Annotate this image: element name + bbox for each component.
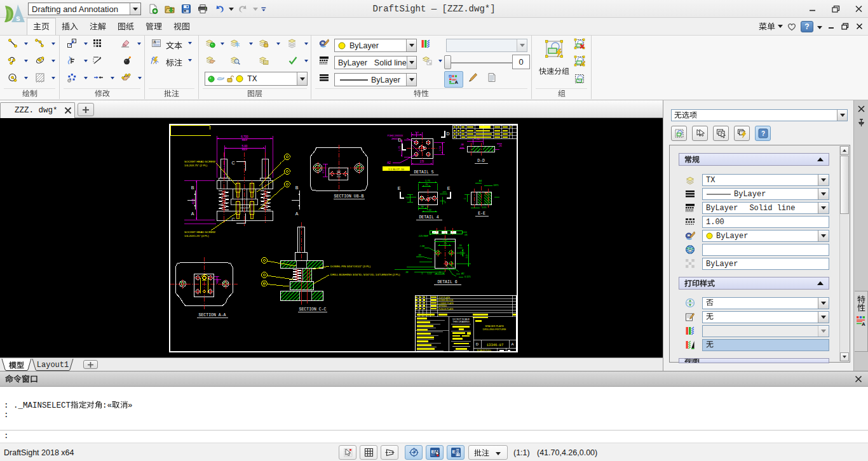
polar-toggle-icon[interactable] (409, 447, 419, 458)
doc-restore-button[interactable] (840, 22, 850, 32)
hatch-tool[interactable] (35, 72, 45, 83)
save-icon[interactable] (181, 4, 191, 14)
dimension-tool[interactable] (150, 55, 160, 65)
row-dropdown-linetype[interactable] (818, 189, 829, 199)
row-field-print-table[interactable] (702, 339, 829, 351)
ellipse-tool-icon[interactable] (35, 55, 45, 65)
circle-tool[interactable] (8, 72, 18, 83)
scrollbar-thumb[interactable] (840, 156, 849, 214)
ribbon-tab-3[interactable] (112, 18, 140, 35)
trim-icon[interactable] (92, 55, 102, 65)
layer-freeze-tool-dropdown[interactable] (248, 41, 254, 47)
command-window-titlebar[interactable] (0, 371, 868, 387)
ribbon-tab-5[interactable] (168, 18, 196, 35)
erase-icon[interactable] (120, 38, 130, 48)
select-entities-icon[interactable] (716, 128, 726, 138)
row-dropdown-color[interactable] (818, 230, 829, 241)
palette-close-button[interactable] (857, 104, 866, 114)
palette-pin-button[interactable] (857, 118, 866, 128)
printstyle-dropdown[interactable] (517, 39, 527, 51)
layer-lock-icon[interactable] (259, 38, 269, 48)
undo-button[interactable] (211, 1, 227, 17)
snap-toggle-button[interactable] (339, 445, 356, 460)
transparency-tool[interactable] (422, 55, 432, 65)
group-select-button[interactable] (574, 73, 585, 84)
scroll-up-button[interactable] (840, 146, 849, 155)
move-copy-icon[interactable] (67, 38, 77, 48)
grips-tool[interactable] (121, 72, 131, 83)
open-file-button[interactable] (161, 1, 178, 17)
erase-tool-dropdown[interactable] (136, 41, 142, 47)
palette-scrollbar[interactable] (839, 146, 849, 361)
ortho-toggle-button[interactable] (381, 445, 398, 460)
trim-tool[interactable] (92, 55, 102, 65)
transparency-slider-handle[interactable] (444, 55, 451, 69)
transparency-icon[interactable] (422, 55, 432, 65)
layer-activate-icon[interactable] (205, 55, 215, 65)
linetype-icon[interactable] (319, 72, 329, 83)
linetype-combo[interactable]: ByLayer (334, 73, 417, 86)
palette-close-icon[interactable] (857, 104, 866, 114)
help-button[interactable]: ? (801, 21, 813, 32)
layer-ok-tool[interactable] (288, 55, 298, 65)
polyline-tool-icon[interactable] (8, 55, 18, 65)
document-tab[interactable]: ZZZ. dwg* (0, 102, 75, 118)
cad-drawing[interactable]: 6.700REF5.00REF4.05CCBABASOCKET HEAD SCR… (0, 118, 663, 357)
etrack-toggle-button[interactable]: E (447, 445, 465, 460)
linetype-icon[interactable] (685, 189, 695, 199)
section-printstyle[interactable] (679, 277, 829, 290)
group-select-icon[interactable] (574, 73, 585, 84)
close-button[interactable] (850, 3, 867, 15)
layer-state-tool-dropdown[interactable] (219, 41, 226, 47)
layers-tool[interactable] (287, 38, 297, 48)
layer-manager-icon[interactable] (259, 55, 269, 65)
redo-icon[interactable] (238, 4, 248, 14)
scroll-down-button[interactable] (840, 352, 849, 361)
circle-tool-icon[interactable] (8, 72, 18, 83)
erase-tool[interactable] (120, 38, 130, 48)
row-dropdown-print-style[interactable] (818, 312, 829, 323)
dimension-icon[interactable] (150, 55, 160, 65)
select-matching-button[interactable] (692, 126, 708, 141)
line-tool[interactable] (8, 38, 18, 48)
move-tool[interactable] (67, 38, 77, 48)
snap-toggle-icon[interactable] (342, 447, 353, 458)
quick-group-button[interactable] (545, 39, 564, 58)
layer-manager-tool[interactable] (259, 55, 269, 65)
layer-freeze-tool[interactable] (230, 38, 240, 48)
layer-state-icon[interactable] (205, 38, 215, 48)
ungroup-icon[interactable] (574, 38, 585, 50)
select-matching-icon[interactable] (695, 128, 705, 138)
linecolor-icon[interactable] (421, 39, 431, 49)
line-tool-icon[interactable] (8, 38, 18, 48)
palette-help-button[interactable]: ? (755, 126, 771, 141)
layer-lock-tool-dropdown[interactable] (275, 41, 281, 47)
palette-pin-icon[interactable] (857, 118, 866, 128)
new-sheet-button[interactable] (83, 360, 98, 369)
layers-icon[interactable] (287, 38, 297, 48)
properties-dock-tab[interactable]: A (855, 291, 868, 352)
new-file-icon[interactable] (148, 4, 158, 14)
new-document-tab-button[interactable] (78, 103, 94, 116)
linecolor-tool[interactable] (319, 38, 329, 48)
menu-button[interactable] (759, 22, 783, 31)
lineweight-icon[interactable] (319, 55, 329, 65)
row-field-linetype[interactable]: ByLayer (702, 188, 829, 200)
join-tool-dropdown[interactable] (109, 75, 116, 81)
hatch-tool-dropdown[interactable] (50, 75, 57, 81)
join-arrows-icon[interactable] (93, 72, 104, 83)
row-field-hyperlink[interactable] (702, 244, 829, 256)
save-button[interactable] (178, 1, 194, 17)
esnap-toggle-icon[interactable]: EN (430, 447, 440, 458)
polyline-tool[interactable] (8, 55, 18, 65)
grips-tool-dropdown[interactable] (137, 75, 143, 81)
grips-hand-icon[interactable] (121, 72, 131, 83)
stretch-tool[interactable] (67, 55, 77, 65)
linecolor-combo[interactable]: ByLayer (334, 39, 417, 52)
command-input[interactable]: : (0, 430, 868, 443)
linetype-dropdown[interactable] (406, 74, 416, 86)
drawing-canvas[interactable]: 6.700REF5.00REF4.05CCBABASOCKET HEAD SCR… (0, 118, 663, 357)
properties-doc-button[interactable] (487, 72, 497, 83)
lineweight-combo[interactable]: ByLayer Solid line (334, 56, 417, 69)
pattern-icon[interactable] (92, 38, 102, 48)
